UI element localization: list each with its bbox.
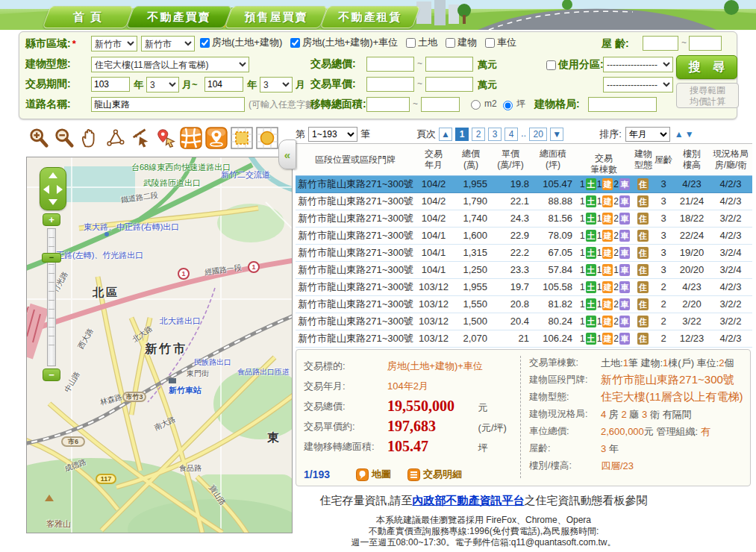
- detail-label: 建物現況格局:: [529, 408, 601, 421]
- column-header-9[interactable]: 現況格局房/廳/衛: [710, 144, 751, 175]
- column-header-6[interactable]: 建物型態: [633, 144, 654, 175]
- zoom-out-tool[interactable]: [52, 125, 75, 151]
- map-locate-button[interactable]: 地圖: [356, 468, 391, 481]
- rect-select-tool[interactable]: [230, 125, 253, 151]
- area-to-input[interactable]: [421, 97, 460, 112]
- use-zone-checkbox-item[interactable]: 使用分區:: [546, 58, 604, 72]
- details-footer-row: 1/193 地圖 交易明細: [304, 465, 478, 484]
- layout-input[interactable]: [588, 97, 657, 112]
- object-checkbox-input-3[interactable]: [446, 38, 455, 48]
- district-select[interactable]: 新竹市: [141, 36, 195, 51]
- age-to-input[interactable]: [689, 36, 722, 51]
- month-from-select[interactable]: 3: [146, 77, 179, 92]
- sort-direction-buttons[interactable]: ▲▼: [675, 129, 696, 139]
- map-pan-control[interactable]: [40, 167, 66, 210]
- table-row-8[interactable]: 新竹市龍山東路271~300號103/121,50020.480.241土1建2…: [296, 313, 752, 330]
- object-checkbox-1[interactable]: 房地(土地+建物)+車位: [290, 36, 398, 49]
- distance-measure-tool[interactable]: [128, 125, 151, 151]
- map-zoom-in-button[interactable]: +: [43, 213, 60, 226]
- map-zoom-out-button[interactable]: −: [43, 368, 60, 381]
- object-checkbox-4[interactable]: 車位: [485, 36, 516, 49]
- use-zone-select-2[interactable]: -----------------: [603, 77, 673, 92]
- unit-price-unit: 萬元: [478, 78, 497, 92]
- month-to-select[interactable]: 3: [260, 77, 293, 92]
- age-from-input[interactable]: [643, 36, 678, 51]
- tab-rental[interactable]: 不動產租賃: [324, 6, 416, 28]
- page-button-3[interactable]: 3: [488, 128, 502, 141]
- table-row-6[interactable]: 新竹市龍山東路271~300號103/121,95519.7105.581土1建…: [296, 279, 752, 296]
- poi-layer-tool[interactable]: [204, 125, 228, 151]
- use-zone-select-1[interactable]: -----------------: [603, 57, 673, 72]
- area-from-input[interactable]: [366, 97, 410, 112]
- table-row-9[interactable]: 新竹市龍山東路271~300號103/122,07021106.241土1建2車…: [296, 330, 752, 348]
- object-checkbox-input-4[interactable]: [485, 38, 495, 48]
- pan-tool[interactable]: [78, 125, 101, 151]
- column-header-3[interactable]: 單價(萬/坪): [490, 144, 531, 175]
- object-checkbox-input-2[interactable]: [406, 38, 416, 48]
- unit-price-from-input[interactable]: [366, 77, 414, 92]
- building-type-select[interactable]: 住宅大樓(11層含以上有電梯): [91, 57, 249, 72]
- total-price-to-input[interactable]: [425, 57, 473, 72]
- object-checkbox-input-0[interactable]: [200, 38, 210, 48]
- unit-m2-radio-item[interactable]: m2: [467, 98, 497, 110]
- object-checkbox-0[interactable]: 房地(土地+建物): [200, 36, 282, 49]
- sort-desc-button[interactable]: ▼: [685, 129, 696, 139]
- record-range-select[interactable]: 1~193: [308, 127, 357, 142]
- transaction-detail-button[interactable]: 交易明細: [407, 468, 462, 481]
- object-checkbox-2[interactable]: 土地: [406, 36, 437, 49]
- point-query-tool[interactable]: [154, 125, 177, 151]
- tab-real-estate-sale[interactable]: 不動產買賣: [130, 6, 228, 28]
- column-header-4[interactable]: 總面積(坪): [531, 144, 575, 175]
- search-button[interactable]: 搜 尋: [676, 55, 737, 79]
- page-button-20[interactable]: 20: [529, 128, 547, 141]
- circle-select-tool[interactable]: [255, 125, 278, 151]
- unit-ping-radio-item[interactable]: 坪: [499, 98, 525, 110]
- column-header-1[interactable]: 交易年月: [415, 144, 452, 175]
- object-checkbox-input-1[interactable]: [290, 38, 300, 48]
- table-row-7[interactable]: 新竹市龍山東路271~300號103/121,55020.881.821土1建2…: [296, 296, 752, 313]
- pan-up-arrow-icon[interactable]: [49, 172, 57, 178]
- county-select[interactable]: 新竹市: [91, 36, 137, 51]
- pan-right-arrow-icon[interactable]: [57, 185, 63, 194]
- column-header-2[interactable]: 總價(萬): [452, 144, 490, 175]
- prev-page-button[interactable]: ▲: [439, 128, 452, 141]
- map-zoom-slider-handle[interactable]: −: [42, 253, 61, 263]
- object-checkbox-3[interactable]: 建物: [446, 36, 477, 49]
- next-page-button[interactable]: ▼: [550, 128, 563, 141]
- column-header-5[interactable]: 交易筆棟數: [575, 144, 633, 175]
- map-canvas[interactable]: 台68線東西向快速道路出口新竹二交流道武陵路匝道出口鐵道路二段東大路、中正路(右…: [26, 157, 293, 533]
- polygon-measure-tool[interactable]: [103, 125, 126, 151]
- map-zoom-slider-track[interactable]: [47, 228, 56, 366]
- moi-platform-link[interactable]: 內政部不動產資訊平台: [413, 494, 525, 506]
- table-row-5[interactable]: 新竹市龍山東路271~300號104/11,25023.357.841土1建1車…: [296, 262, 752, 279]
- column-header-8[interactable]: 樓別樓高: [673, 144, 710, 175]
- page-button-4[interactable]: 4: [504, 128, 518, 141]
- unit-price-to-input[interactable]: [425, 77, 473, 92]
- road-name-input[interactable]: [91, 97, 245, 112]
- tab-presale-sale[interactable]: 預售屋買賣: [228, 6, 324, 28]
- pan-down-arrow-icon[interactable]: [49, 199, 57, 205]
- year-to-input[interactable]: [204, 77, 243, 92]
- total-price-from-input[interactable]: [366, 57, 414, 72]
- year-from-input[interactable]: [91, 77, 130, 92]
- table-row-3[interactable]: 新竹市龍山東路271~300號104/11,60022.978.091土1建2車…: [296, 228, 752, 245]
- unit-ping-radio[interactable]: [503, 101, 513, 110]
- table-row-2[interactable]: 新竹市龍山東路271~300號104/21,74024.381.561土1建2車…: [296, 210, 752, 228]
- sort-select[interactable]: 年月: [625, 127, 670, 142]
- use-zone-checkbox[interactable]: [546, 60, 556, 70]
- zoom-in-tool[interactable]: [27, 125, 50, 151]
- tab-home[interactable]: 首 頁: [46, 6, 130, 28]
- sort-asc-button[interactable]: ▲: [675, 129, 685, 139]
- table-row-0[interactable]: 新竹市龍山東路271~300號104/21,95519.8105.471土1建2…: [296, 176, 752, 193]
- column-header-7[interactable]: 屋齡: [654, 144, 673, 175]
- page-button-1[interactable]: 1: [455, 128, 469, 141]
- table-row-1[interactable]: 新竹市龍山東路271~300號104/21,79022.188.881土1建2車…: [296, 193, 752, 210]
- collapse-panel-handle[interactable]: «: [278, 139, 296, 169]
- road-layer-tool[interactable]: [179, 125, 202, 151]
- table-row-4[interactable]: 新竹市龍山東路271~300號104/11,31522.267.051土1建2車…: [296, 245, 752, 262]
- unit-m2-radio[interactable]: [471, 100, 481, 110]
- range-average-button[interactable]: 搜尋範圍 均價計算: [676, 83, 739, 108]
- column-header-0[interactable]: 區段位置或區段門牌: [296, 144, 415, 175]
- page-button-2[interactable]: 2: [472, 128, 485, 141]
- pan-left-arrow-icon[interactable]: [43, 185, 49, 194]
